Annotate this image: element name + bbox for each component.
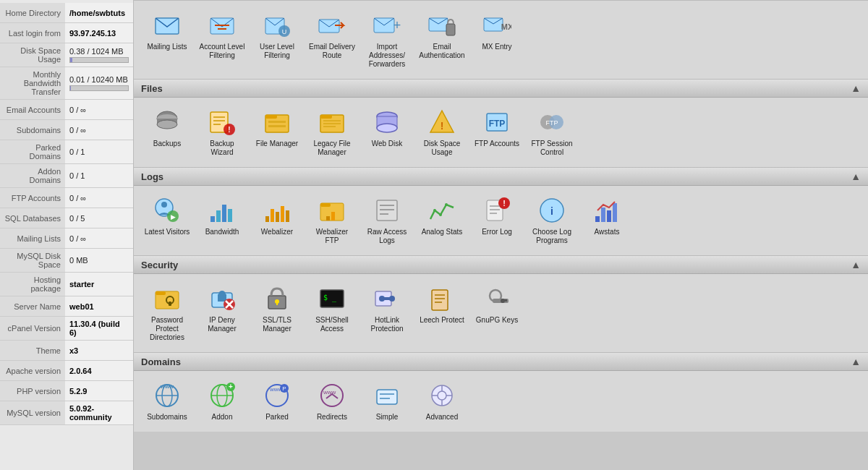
logs-collapse-arrow[interactable]: ▲ (851, 171, 861, 182)
sidebar-row-value: 0 / 1 (65, 140, 133, 163)
choose-log-label: Choose Log Programs (529, 228, 575, 245)
addon-icon: + (208, 381, 237, 410)
icon-item-email-auth[interactable]: Email Authentication (416, 7, 468, 73)
icon-item-hotlink[interactable]: HotLink Protection (361, 280, 413, 346)
icon-item-error-log[interactable]: !Error Log (471, 192, 523, 249)
svg-rect-48 (216, 210, 221, 222)
icon-item-mx-entry[interactable]: MXMX Entry (471, 7, 523, 73)
svg-text:▶: ▶ (171, 213, 176, 221)
icon-item-legacy-file-manager[interactable]: Legacy File Manager (306, 103, 358, 161)
icon-item-latest-visitors[interactable]: ▶Latest Visitors (141, 192, 193, 249)
svg-text:!: ! (441, 120, 444, 132)
icon-item-ssh-shell[interactable]: $ _SSH/Shell Access (306, 280, 358, 346)
icon-item-bandwidth[interactable]: Bandwidth (196, 192, 248, 249)
svg-point-65 (439, 213, 442, 216)
legacy-file-manager-label: Legacy File Manager (309, 140, 355, 157)
sidebar-row-label: PHP version (0, 381, 65, 401)
icon-item-password-protect[interactable]: Password Protect Directories (141, 280, 193, 346)
icon-item-raw-access[interactable]: Raw Access Logs (361, 192, 413, 249)
sidebar-row-value: 0.01 / 10240 MB (65, 67, 133, 99)
icon-item-analog-stats[interactable]: Analog Stats (416, 192, 468, 249)
icon-item-choose-log[interactable]: iChoose Log Programs (526, 192, 578, 249)
sidebar-row: MySQL Disk Space0 MB (0, 249, 133, 273)
icon-item-account-filter[interactable]: Account Level Filtering (196, 7, 248, 73)
icon-item-disk-space-usage[interactable]: !Disk Space Usage (416, 103, 468, 161)
icon-item-web-disk[interactable]: Web Disk (361, 103, 413, 161)
svg-rect-53 (276, 212, 279, 222)
webalizer-icon (263, 196, 292, 225)
svg-rect-58 (326, 216, 330, 221)
icon-item-ssl-tls[interactable]: SSL/TLS Manager (251, 280, 303, 346)
account-filter-label: Account Level Filtering (199, 43, 245, 60)
icon-item-import-addresses[interactable]: +Import Addresses/ Forwarders (361, 7, 413, 73)
bandwidth-label: Bandwidth (205, 228, 239, 236)
error-log-label: Error Log (482, 228, 512, 236)
email-auth-label: Email Authentication (419, 43, 465, 60)
icon-item-ftp-session[interactable]: FTPFTP Session Control (526, 103, 578, 161)
parked-icon: wwwP (263, 381, 292, 410)
backups-icon (153, 108, 182, 137)
security-collapse-arrow[interactable]: ▲ (851, 259, 861, 270)
icon-item-ftp-accounts[interactable]: FTPFTP Accounts (471, 103, 523, 161)
ssh-shell-label: SSH/Shell Access (309, 316, 355, 333)
subdomains-icon: www (153, 381, 182, 410)
icon-item-backups[interactable]: Backups (141, 103, 193, 161)
web-disk-label: Web Disk (372, 140, 403, 148)
ssl-tls-label: SSL/TLS Manager (254, 316, 300, 333)
sidebar-row-label: Home Directory (0, 3, 65, 22)
sidebar-row-label: cPanel Version (0, 317, 65, 340)
svg-text:+: + (393, 18, 401, 33)
icon-item-advanced[interactable]: Advanced (416, 377, 468, 426)
files-collapse-arrow[interactable]: ▲ (851, 82, 861, 94)
svg-rect-97 (382, 297, 392, 300)
icon-item-gnupg[interactable]: GnuPG Keys (471, 280, 523, 346)
sidebar-row-label: Hosting package (0, 273, 65, 296)
icon-item-webalizer[interactable]: Webalizer (251, 192, 303, 249)
icon-item-backup-wizard[interactable]: !Backup Wizard (196, 103, 248, 161)
icon-item-awstats[interactable]: Awstats (581, 192, 633, 249)
sidebar-row-label: Monthly Bandwidth Transfer (0, 67, 65, 99)
icon-item-webalizer-ftp[interactable]: Webalizer FTP (306, 192, 358, 249)
icon-item-subdomains[interactable]: wwwSubdomains (141, 377, 193, 426)
sidebar-row-value: starter (65, 273, 133, 296)
sidebar-row-label: Disk Space Usage (0, 43, 65, 67)
sidebar-row-label: Theme (0, 341, 65, 360)
svg-rect-78 (613, 203, 617, 222)
email-section: Mailing ListsAccount Level FilteringUUse… (134, 0, 868, 79)
advanced-label: Advanced (426, 413, 458, 422)
icon-item-leech[interactable]: Leech Protect (416, 280, 468, 346)
sidebar-row-value: 0 / ∞ (65, 100, 133, 119)
svg-rect-98 (432, 290, 448, 310)
icon-item-parked[interactable]: wwwPParked (251, 377, 303, 426)
icon-item-addon[interactable]: +Addon (196, 377, 248, 426)
sidebar-row-label: Email Accounts (0, 100, 65, 119)
icon-item-mailing-lists[interactable]: Mailing Lists (141, 7, 193, 73)
svg-text:MX: MX (501, 22, 511, 31)
email-delivery-icon (318, 11, 346, 40)
file-manager-label: File Manager (256, 140, 298, 148)
sidebar-row: MySQL version5.0.92-community (0, 401, 133, 425)
svg-rect-29 (320, 115, 332, 119)
sidebar: Home Directory/home/swbtutsLast login fr… (0, 0, 134, 470)
sidebar-row-value: 0 / 5 (65, 208, 133, 228)
icon-item-simple[interactable]: Simple (361, 377, 413, 426)
svg-rect-47 (210, 216, 215, 222)
files-section: Files ▲ Backups!Backup WizardFile Manage… (134, 79, 868, 167)
svg-rect-49 (222, 205, 226, 222)
sidebar-row: Last login from93.97.245.13 (0, 23, 133, 43)
analog-stats-icon (427, 196, 456, 225)
webalizer-ftp-label: Webalizer FTP (309, 228, 355, 245)
icon-item-redirects[interactable]: wwwRedirects (306, 377, 358, 426)
redirects-icon: www (318, 381, 346, 410)
icon-item-ip-deny[interactable]: IP Deny Manager (196, 280, 248, 346)
svg-point-35 (377, 124, 397, 132)
sidebar-row: FTP Accounts0 / ∞ (0, 188, 133, 208)
icon-item-email-delivery[interactable]: Email Delivery Route (306, 7, 358, 73)
latest-visitors-label: Latest Visitors (145, 228, 190, 236)
domains-collapse-arrow[interactable]: ▲ (851, 356, 861, 367)
icon-item-user-filter[interactable]: UUser Level Filtering (251, 7, 303, 73)
icon-item-file-manager[interactable]: File Manager (251, 103, 303, 161)
choose-log-icon: i (537, 196, 566, 225)
svg-rect-80 (156, 291, 166, 295)
simple-icon (373, 381, 401, 410)
